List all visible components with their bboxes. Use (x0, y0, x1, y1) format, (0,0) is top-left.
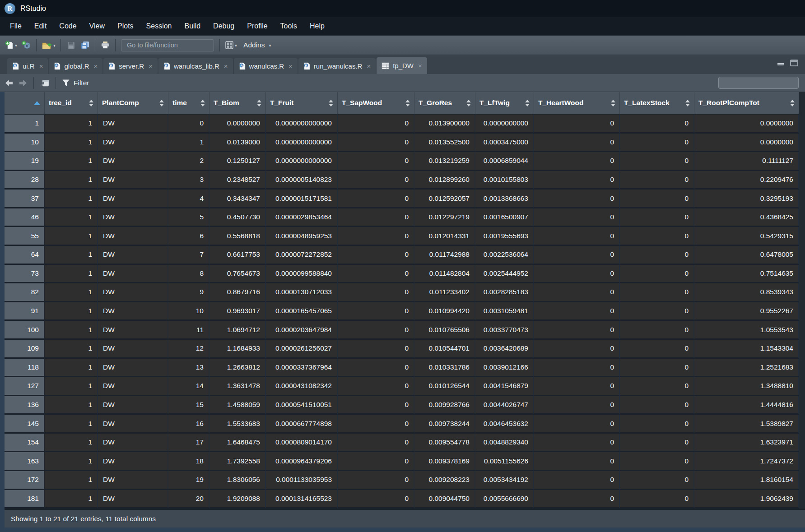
sort-arrows-icon[interactable] (405, 100, 410, 106)
goto-file-box[interactable] (121, 39, 214, 51)
sort-arrows-icon[interactable] (611, 100, 615, 106)
table-row: 1091DW121.16849330.000026125602700.01054… (5, 340, 799, 359)
column-header-t-heartwood[interactable]: T_HeartWood (534, 92, 620, 115)
menu-view[interactable]: View (83, 19, 111, 33)
new-project-button[interactable]: R (20, 38, 33, 52)
data-cell: 0 (338, 340, 414, 359)
row-number-cell: 46 (5, 208, 45, 227)
row-number-cell: 154 (5, 434, 45, 453)
close-icon[interactable]: × (149, 62, 153, 70)
menu-help[interactable]: Help (303, 19, 331, 33)
close-icon[interactable]: × (418, 62, 422, 69)
data-cell: 0.5568818 (209, 227, 266, 246)
column-header-plantcomp[interactable]: PlantComp (98, 92, 168, 115)
data-cell: 0.0000541510051 (266, 396, 338, 415)
forward-button[interactable] (18, 79, 28, 87)
panes-layout-button[interactable]: ▾ (223, 38, 238, 52)
tab-global-r[interactable]: R global.R × (49, 58, 102, 74)
sort-arrows-icon[interactable] (685, 100, 690, 106)
new-file-button[interactable]: ▾ (4, 38, 19, 52)
data-cell: 0.7654673 (209, 265, 266, 284)
tab-wanulcas-lib-r[interactable]: R wanulcas_lib.R × (158, 58, 233, 74)
addins-button[interactable]: Addins ▾ (240, 41, 275, 49)
column-header-t-fruit[interactable]: T_Fruit (266, 92, 338, 115)
table-row: 371DW40.34343470.000001517158100.0125920… (5, 190, 799, 208)
sort-arrows-icon[interactable] (257, 100, 261, 106)
forward-arrow-icon (18, 79, 28, 87)
menu-tools[interactable]: Tools (274, 19, 303, 33)
column-header-t-grores[interactable]: T_GroRes (414, 92, 475, 115)
title-bar: R RStudio (0, 0, 805, 17)
data-cell: 1.3631478 (209, 377, 266, 396)
menu-build[interactable]: Build (178, 19, 207, 33)
data-cell: 0 (620, 321, 694, 340)
tab-server-r[interactable]: R server.R × (103, 58, 158, 74)
tab-ui-r[interactable]: R ui.R × (7, 58, 48, 74)
save-button[interactable] (65, 38, 77, 52)
close-icon[interactable]: × (288, 62, 293, 70)
print-button[interactable] (99, 38, 112, 52)
table-search-box[interactable] (718, 77, 799, 89)
sort-arrows-icon[interactable] (89, 100, 93, 106)
tab-run-wanulcas-r[interactable]: R run_wanulcas.R × (298, 58, 376, 74)
menu-profile[interactable]: Profile (241, 19, 274, 33)
column-header-t-latexstock[interactable]: T_LatexStock (620, 92, 694, 115)
column-header-tree-id[interactable]: tree_id (45, 92, 98, 115)
data-cell: 0 (534, 415, 620, 434)
close-icon[interactable]: × (94, 62, 98, 70)
r-file-icon: R (54, 62, 60, 70)
show-in-new-window-button[interactable] (40, 79, 50, 88)
data-cell: 1.5533683 (209, 415, 266, 434)
sort-arrows-icon[interactable] (790, 100, 795, 106)
data-cell: 0.2209476 (694, 171, 799, 190)
data-cell: 0.0000000 (694, 115, 799, 134)
filter-button[interactable]: Filter (62, 79, 89, 87)
menu-edit[interactable]: Edit (28, 19, 53, 33)
data-cell: DW (98, 415, 168, 434)
data-cell: 0.0000809014170 (266, 434, 338, 453)
save-all-button[interactable] (79, 38, 91, 52)
close-icon[interactable]: × (367, 62, 371, 70)
sort-arrows-icon[interactable] (200, 100, 205, 106)
tab-tp-dw[interactable]: tp_DW × (377, 57, 427, 74)
data-cell: 1.1543304 (694, 340, 799, 359)
menu-debug[interactable]: Debug (207, 19, 241, 33)
sort-arrows-icon[interactable] (329, 100, 333, 106)
data-cell: 1.2663812 (209, 359, 266, 378)
data-cell: 0.2348527 (209, 171, 266, 190)
data-cell: 1.7247372 (694, 452, 799, 471)
back-button[interactable] (5, 79, 14, 87)
vertical-scrollbar[interactable] (799, 92, 805, 509)
maximize-pane-icon[interactable] (790, 59, 799, 67)
column-header-time[interactable]: time (168, 92, 209, 115)
open-file-button[interactable]: ▾ (40, 38, 57, 52)
menu-file[interactable]: File (4, 19, 28, 33)
menu-code[interactable]: Code (53, 19, 83, 33)
menu-session[interactable]: Session (140, 19, 178, 33)
data-cell: 0 (338, 359, 414, 378)
sort-arrows-icon[interactable] (525, 100, 530, 106)
column-header-t-rootplcomptot[interactable]: T_RootPlCompTot (694, 92, 799, 115)
column-header-t-biom[interactable]: T_Biom (209, 92, 266, 115)
panes-caret-icon: ▾ (235, 43, 237, 48)
table-row: 911DW100.96930170.000016545706500.010994… (5, 302, 799, 321)
data-cell: 16 (168, 415, 209, 434)
row-number-cell: 127 (5, 377, 45, 396)
minimize-pane-icon[interactable] (777, 60, 785, 67)
goto-file-input[interactable] (127, 42, 211, 49)
column-header-t-lftwig[interactable]: T_LfTwig (475, 92, 534, 115)
data-cell: DW (98, 152, 168, 171)
column-header-t-sapwood[interactable]: T_SapWood (338, 92, 414, 115)
table-search-input[interactable] (724, 79, 805, 87)
column-header-rownames[interactable] (5, 92, 45, 115)
sort-arrows-icon[interactable] (159, 100, 164, 106)
close-icon[interactable]: × (39, 62, 43, 70)
data-cell: 0 (338, 434, 414, 453)
data-cell: 0.0000015171581 (266, 190, 338, 208)
sort-arrows-icon[interactable] (466, 100, 471, 106)
data-cell: 1.4444816 (694, 396, 799, 415)
data-cell: 0 (338, 415, 414, 434)
tab-wanulcas-r[interactable]: R wanulcas.R × (234, 58, 298, 74)
menu-plots[interactable]: Plots (111, 19, 140, 33)
close-icon[interactable]: × (224, 62, 228, 70)
